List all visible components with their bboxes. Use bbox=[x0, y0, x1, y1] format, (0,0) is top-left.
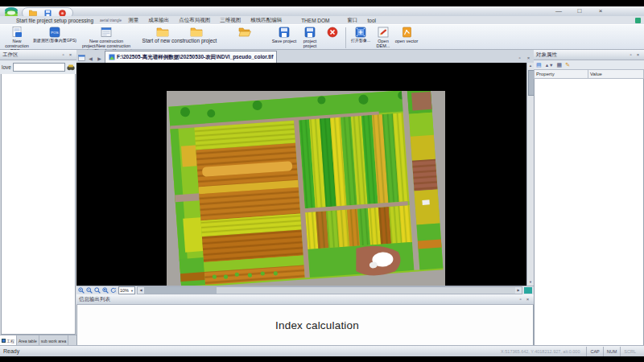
raster-file-icon bbox=[109, 54, 115, 60]
document-icon bbox=[12, 27, 23, 38]
menu-item-aerial-triangle[interactable]: aerial triangle bbox=[98, 19, 123, 23]
map-canvas[interactable]: ▲ ▼ bbox=[76, 63, 534, 286]
pin-icon[interactable]: ▫ bbox=[517, 297, 524, 302]
project-window-icon bbox=[101, 27, 112, 38]
sort-icon[interactable]: ▲▼ bbox=[545, 63, 554, 68]
close-icon[interactable]: × bbox=[524, 297, 531, 302]
output-panel-body: Index calculation bbox=[76, 305, 534, 346]
vector-icon bbox=[402, 27, 412, 38]
pin-icon[interactable]: ▫ bbox=[516, 56, 523, 60]
close-project-button[interactable] bbox=[323, 27, 342, 38]
menu-item-point-layout-view[interactable]: 点位布局视图 bbox=[174, 17, 215, 24]
image-tab[interactable]: F:\202505-高光谱样例数据\20250530-农田\NDVI_pseud… bbox=[105, 51, 277, 63]
menu-item-3d-view[interactable]: 三维视图 bbox=[215, 17, 246, 24]
grid-view-icon[interactable]: ▦ bbox=[557, 62, 563, 68]
properties-panel-title: 对象属性 ▫ × bbox=[534, 50, 644, 60]
search-label: love bbox=[2, 64, 11, 70]
categorized-view-icon[interactable]: ▤ bbox=[536, 62, 542, 68]
workspace-panel-title: 工作区 ▫ × bbox=[0, 50, 76, 60]
zoom-window-icon[interactable] bbox=[94, 287, 101, 294]
folder-icon[interactable] bbox=[190, 27, 203, 37]
hscroll-thumb[interactable] bbox=[144, 287, 217, 294]
close-icon[interactable]: × bbox=[67, 52, 74, 57]
value-column-header[interactable]: Value bbox=[588, 70, 604, 78]
open-vector-button[interactable]: open vector bbox=[394, 27, 419, 43]
output-panel-title: 信息输出列表 ▫ × bbox=[76, 294, 534, 305]
new-survey-area-gps-button[interactable]: POS 新建测区(影像内置GPS) bbox=[31, 27, 78, 43]
vertical-scrollbar[interactable]: ▲ ▼ bbox=[526, 63, 534, 286]
toolbar-separator bbox=[345, 27, 346, 48]
binoculars-search-icon[interactable] bbox=[67, 64, 75, 71]
menu-item-start-file[interactable]: Start file project setup processing bbox=[0, 18, 98, 23]
menu-item-result-output[interactable]: 成果输出 bbox=[143, 17, 174, 24]
properties-header: Property Value bbox=[534, 69, 644, 79]
menu-item-tool[interactable]: tool bbox=[363, 18, 381, 23]
maximize-button[interactable]: □ bbox=[575, 7, 584, 14]
zoom-level-combo[interactable]: 10% ▼ bbox=[118, 286, 135, 294]
chevron-down-icon: ▼ bbox=[130, 289, 134, 293]
num-indicator: NUM bbox=[603, 347, 621, 356]
refresh-icon[interactable] bbox=[110, 287, 117, 294]
save-project-button[interactable]: Save project bbox=[271, 27, 297, 43]
save-as-project-button[interactable]: project project bbox=[297, 27, 323, 48]
minimize-button[interactable]: — bbox=[554, 7, 564, 14]
open-dem-button[interactable]: Open DEM... bbox=[372, 27, 394, 48]
cursor-coordinates: X:517365.642, Y:4018212.927, alt:0.000 bbox=[501, 349, 580, 354]
svg-text:POS: POS bbox=[51, 31, 58, 35]
dem-pencil-icon bbox=[378, 27, 389, 38]
scroll-right-icon[interactable]: ▶ bbox=[515, 287, 522, 294]
menu-item-measure[interactable]: 测量 bbox=[123, 17, 143, 24]
search-row: love bbox=[0, 60, 76, 74]
screen: — □ × Start file project setup processin… bbox=[0, 0, 644, 362]
zoom-out-icon[interactable] bbox=[86, 287, 93, 294]
menu-item-epipolar-edit[interactable]: 核线匹配编辑 bbox=[246, 17, 287, 24]
close-icon[interactable]: × bbox=[525, 56, 532, 60]
window-controls: — □ × bbox=[554, 7, 605, 14]
save-icon bbox=[304, 27, 316, 38]
zoom-fit-icon[interactable] bbox=[102, 287, 109, 294]
save-icon bbox=[279, 27, 290, 38]
menubar: Start file project setup processing aeri… bbox=[0, 16, 644, 24]
pin-icon[interactable]: ▫ bbox=[60, 52, 67, 57]
folder-open-icon bbox=[238, 27, 251, 37]
caps-indicator: CAP bbox=[586, 347, 602, 356]
ndvi-image[interactable] bbox=[167, 91, 445, 286]
folder-icon[interactable] bbox=[156, 27, 169, 37]
toolbar: New construction POS... POS 新建测区(影像内置GPS… bbox=[0, 24, 644, 50]
output-message: Index calculation bbox=[275, 319, 359, 331]
status-text: Ready bbox=[0, 348, 19, 354]
scroll-left-icon[interactable]: ◀ bbox=[138, 287, 144, 294]
close-icon[interactable]: × bbox=[634, 52, 642, 57]
open-project-button[interactable] bbox=[233, 27, 257, 37]
properties-list[interactable] bbox=[534, 79, 644, 346]
menu-right-icon[interactable] bbox=[635, 18, 641, 23]
open-folder-icon[interactable] bbox=[29, 10, 37, 16]
zoom-in-icon[interactable] bbox=[78, 287, 85, 294]
menu-item-window[interactable]: 窗口 bbox=[335, 17, 363, 24]
search-input[interactable] bbox=[13, 63, 65, 72]
next-tab-icon[interactable]: ▶ bbox=[96, 56, 103, 61]
edit-pencil-icon[interactable]: ✎ bbox=[565, 62, 570, 68]
object-properties-panel: 对象属性 ▫ × ▤ ▲▼ ▦ ✎ Property Value bbox=[534, 50, 644, 346]
open-image-button[interactable]: 打开影像... bbox=[349, 27, 372, 43]
image-film-icon bbox=[355, 27, 366, 38]
resize-grip[interactable] bbox=[524, 287, 532, 294]
viewer-region: ◀ ▶ F:\202505-高光谱样例数据\20250530-农田\NDVI_p… bbox=[76, 50, 534, 346]
properties-toolbar: ▤ ▲▼ ▦ ✎ bbox=[534, 60, 644, 69]
horizontal-scrollbar[interactable]: ◀ ▶ bbox=[137, 286, 522, 294]
close-button[interactable]: × bbox=[596, 7, 605, 14]
zoom-toolbar: 10% ▼ ◀ ▶ bbox=[76, 286, 534, 294]
workspace-tabs: 工程 Area table sub work area bbox=[0, 335, 76, 346]
vscroll-thumb[interactable] bbox=[528, 70, 534, 96]
menu-item-them-dom[interactable]: THEM DOM bbox=[287, 18, 334, 23]
viewer-window-icon bbox=[78, 55, 85, 61]
start-project-group[interactable]: Start of new construction project bbox=[138, 27, 221, 43]
project-tree-area[interactable] bbox=[1, 74, 76, 335]
scroll-indicator: SCRL bbox=[620, 347, 639, 356]
project-tab-icon bbox=[2, 339, 6, 343]
pin-icon[interactable]: ▫ bbox=[627, 52, 634, 57]
scroll-up-icon[interactable]: ▲ bbox=[527, 63, 534, 69]
property-column-header[interactable]: Property bbox=[535, 70, 588, 78]
prev-tab-icon[interactable]: ◀ bbox=[87, 56, 94, 61]
scroll-down-icon[interactable]: ▼ bbox=[527, 279, 534, 286]
